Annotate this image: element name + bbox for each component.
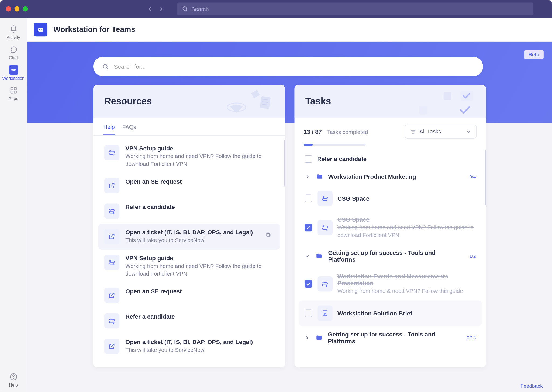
- hero-search[interactable]: [93, 57, 483, 76]
- tasks-filter-dropdown[interactable]: All Tasks: [405, 125, 477, 139]
- svg-point-22: [110, 260, 111, 261]
- tasks-illustration: [414, 89, 478, 118]
- chevron-down-icon[interactable]: [304, 254, 310, 259]
- workstation-icon: me: [9, 65, 18, 75]
- task-item[interactable]: CSG Space: [298, 186, 482, 211]
- task-count-badge: 1/2: [469, 254, 476, 259]
- task-checkbox[interactable]: [304, 224, 312, 231]
- svg-rect-2: [14, 87, 16, 90]
- rail-chat[interactable]: Chat: [1, 42, 26, 63]
- folder-icon: [315, 334, 323, 341]
- feedback-link[interactable]: Feedback: [520, 383, 543, 389]
- rail-apps-label: Apps: [9, 96, 18, 101]
- svg-point-16: [110, 151, 111, 152]
- svg-rect-11: [260, 96, 270, 109]
- close-window-button[interactable]: [6, 6, 11, 12]
- rail-workstation[interactable]: me Workstation: [1, 63, 26, 83]
- route-icon: [104, 313, 120, 329]
- task-title: Workstation Events and Measurements Pres…: [337, 273, 476, 287]
- svg-point-37: [323, 282, 324, 283]
- resource-item[interactable]: Refer a candidate: [98, 198, 280, 224]
- task-group[interactable]: Workstation Product Marketing0/4: [298, 168, 482, 186]
- task-checkbox[interactable]: [304, 280, 312, 288]
- task-group[interactable]: Getting set up for success - Tools and P…: [298, 326, 482, 349]
- hero-search-input[interactable]: [114, 63, 474, 70]
- tab-help[interactable]: Help: [104, 124, 115, 135]
- resource-item[interactable]: Refer a candidate: [98, 308, 280, 333]
- scrollbar[interactable]: [485, 150, 486, 205]
- resources-illustration: [221, 89, 276, 118]
- svg-rect-8: [39, 29, 40, 30]
- resource-desc: Working from home and need VPN? Follow t…: [125, 262, 274, 277]
- global-search-input[interactable]: [191, 6, 528, 12]
- svg-rect-26: [444, 92, 451, 100]
- resource-title: Refer a candidate: [125, 313, 274, 320]
- app-title: Workstation for Teams: [53, 25, 135, 34]
- tasks-list: Refer a candidateWorkstation Product Mar…: [294, 148, 486, 358]
- svg-point-6: [13, 378, 14, 379]
- resource-desc: Working from home and need VPN? Follow t…: [125, 153, 274, 168]
- resource-title: Open an SE request: [125, 178, 274, 185]
- external-link-icon: [104, 288, 120, 303]
- resource-item[interactable]: Open an SE request: [98, 173, 280, 198]
- svg-point-18: [110, 209, 111, 210]
- folder-icon: [315, 252, 323, 260]
- route-icon: [104, 255, 120, 270]
- rail-activity[interactable]: Activity: [1, 22, 26, 42]
- task-checkbox[interactable]: [304, 309, 312, 317]
- copy-icon[interactable]: [262, 229, 274, 241]
- global-search[interactable]: [177, 2, 533, 15]
- task-checkbox[interactable]: [304, 195, 312, 202]
- resources-tabs: Help FAQs: [93, 118, 285, 136]
- resource-item[interactable]: Open an SE request: [98, 283, 280, 308]
- task-checkbox[interactable]: [304, 155, 312, 163]
- svg-rect-1: [11, 87, 13, 90]
- task-title: Workstation Solution Brief: [337, 310, 476, 316]
- rail-apps[interactable]: Apps: [1, 83, 26, 103]
- chevron-right-icon[interactable]: [304, 174, 310, 179]
- nav-forward-button[interactable]: [157, 5, 165, 13]
- tasks-filter-label: All Tasks: [419, 128, 441, 135]
- external-link-icon: [104, 339, 120, 354]
- svg-rect-21: [266, 233, 269, 236]
- task-title: Workstation Product Marketing: [328, 173, 416, 180]
- app-window: Activity Chat me Workstation Apps: [0, 0, 552, 392]
- resource-item[interactable]: Open a ticket (IT, IS, BI, DAP, OPS, and…: [98, 333, 280, 359]
- svg-rect-4: [14, 91, 16, 93]
- task-title: Refer a candidate: [317, 156, 367, 162]
- scrollbar[interactable]: [284, 140, 285, 187]
- rail-help[interactable]: Help: [1, 370, 26, 390]
- resource-title: Open a ticket (IT, IS, BI, DAP, OPS, and…: [125, 339, 274, 345]
- window-controls: [6, 6, 28, 12]
- task-item[interactable]: CSG SpaceWorking from home and need VPN?…: [298, 211, 482, 244]
- resource-item[interactable]: Open a ticket (IT, IS, BI, DAP, OPS, and…: [98, 224, 280, 250]
- chat-icon: [9, 45, 18, 54]
- resource-item[interactable]: VPN Setup guideWorking from home and nee…: [98, 249, 280, 283]
- content-area: Beta Resources: [27, 42, 552, 392]
- resources-card: Resources Help FAQs VPN: [93, 85, 285, 367]
- tab-faqs[interactable]: FAQs: [122, 124, 136, 135]
- task-item[interactable]: Workstation Events and Measurements Pres…: [298, 268, 482, 300]
- task-desc: Working from home & need VPN? Follow thi…: [337, 287, 476, 295]
- task-item[interactable]: Workstation Solution Brief: [298, 300, 482, 326]
- task-item[interactable]: Refer a candidate: [298, 150, 482, 168]
- help-icon: [9, 372, 18, 381]
- task-title: CSG Space: [337, 216, 476, 223]
- svg-point-24: [110, 319, 111, 320]
- chevron-right-icon[interactable]: [304, 335, 310, 340]
- resources-list: VPN Setup guideWorking from home and nee…: [93, 136, 285, 367]
- task-group[interactable]: Getting set up for success - Tools and P…: [298, 244, 482, 268]
- minimize-window-button[interactable]: [14, 6, 19, 12]
- resources-header: Resources: [93, 85, 285, 118]
- resource-title: Open a ticket (IT, IS, BI, DAP, OPS, and…: [125, 229, 256, 236]
- nav-back-button[interactable]: [146, 5, 154, 13]
- rail-chat-label: Chat: [9, 56, 18, 60]
- resource-title: VPN Setup guide: [125, 145, 274, 152]
- svg-rect-7: [38, 28, 43, 31]
- maximize-window-button[interactable]: [23, 6, 28, 12]
- tasks-card: Tasks 13 / 87 Tasks completed: [294, 85, 486, 367]
- svg-rect-20: [267, 234, 270, 237]
- apps-icon: [9, 86, 18, 95]
- resource-item[interactable]: VPN Setup guideWorking from home and nee…: [98, 140, 280, 173]
- route-icon: [317, 191, 333, 206]
